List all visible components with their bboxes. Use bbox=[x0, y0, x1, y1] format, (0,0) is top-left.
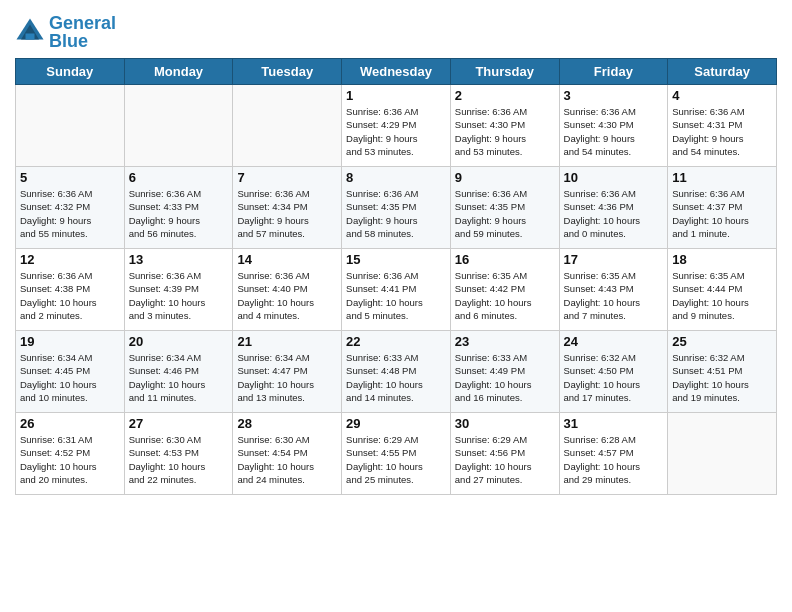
day-info: Sunrise: 6:36 AM Sunset: 4:36 PM Dayligh… bbox=[564, 187, 664, 240]
day-info: Sunrise: 6:32 AM Sunset: 4:51 PM Dayligh… bbox=[672, 351, 772, 404]
day-cell: 11Sunrise: 6:36 AM Sunset: 4:37 PM Dayli… bbox=[668, 167, 777, 249]
day-info: Sunrise: 6:36 AM Sunset: 4:41 PM Dayligh… bbox=[346, 269, 446, 322]
day-number: 5 bbox=[20, 170, 120, 185]
day-cell: 4Sunrise: 6:36 AM Sunset: 4:31 PM Daylig… bbox=[668, 85, 777, 167]
day-cell: 25Sunrise: 6:32 AM Sunset: 4:51 PM Dayli… bbox=[668, 331, 777, 413]
day-info: Sunrise: 6:35 AM Sunset: 4:43 PM Dayligh… bbox=[564, 269, 664, 322]
day-cell bbox=[124, 85, 233, 167]
day-number: 23 bbox=[455, 334, 555, 349]
day-info: Sunrise: 6:32 AM Sunset: 4:50 PM Dayligh… bbox=[564, 351, 664, 404]
day-number: 16 bbox=[455, 252, 555, 267]
week-row-4: 19Sunrise: 6:34 AM Sunset: 4:45 PM Dayli… bbox=[16, 331, 777, 413]
day-cell: 26Sunrise: 6:31 AM Sunset: 4:52 PM Dayli… bbox=[16, 413, 125, 495]
col-header-monday: Monday bbox=[124, 59, 233, 85]
day-cell: 2Sunrise: 6:36 AM Sunset: 4:30 PM Daylig… bbox=[450, 85, 559, 167]
logo: General Blue bbox=[15, 14, 116, 50]
day-cell: 5Sunrise: 6:36 AM Sunset: 4:32 PM Daylig… bbox=[16, 167, 125, 249]
day-info: Sunrise: 6:35 AM Sunset: 4:42 PM Dayligh… bbox=[455, 269, 555, 322]
day-number: 13 bbox=[129, 252, 229, 267]
day-cell: 28Sunrise: 6:30 AM Sunset: 4:54 PM Dayli… bbox=[233, 413, 342, 495]
day-number: 4 bbox=[672, 88, 772, 103]
day-cell: 21Sunrise: 6:34 AM Sunset: 4:47 PM Dayli… bbox=[233, 331, 342, 413]
day-cell bbox=[233, 85, 342, 167]
col-header-friday: Friday bbox=[559, 59, 668, 85]
day-info: Sunrise: 6:28 AM Sunset: 4:57 PM Dayligh… bbox=[564, 433, 664, 486]
col-header-sunday: Sunday bbox=[16, 59, 125, 85]
day-cell: 17Sunrise: 6:35 AM Sunset: 4:43 PM Dayli… bbox=[559, 249, 668, 331]
day-info: Sunrise: 6:36 AM Sunset: 4:35 PM Dayligh… bbox=[346, 187, 446, 240]
day-number: 3 bbox=[564, 88, 664, 103]
day-number: 18 bbox=[672, 252, 772, 267]
day-info: Sunrise: 6:33 AM Sunset: 4:49 PM Dayligh… bbox=[455, 351, 555, 404]
day-cell: 8Sunrise: 6:36 AM Sunset: 4:35 PM Daylig… bbox=[342, 167, 451, 249]
day-number: 29 bbox=[346, 416, 446, 431]
page: General Blue SundayMondayTuesdayWednesda… bbox=[0, 0, 792, 612]
day-cell: 24Sunrise: 6:32 AM Sunset: 4:50 PM Dayli… bbox=[559, 331, 668, 413]
day-number: 27 bbox=[129, 416, 229, 431]
day-number: 31 bbox=[564, 416, 664, 431]
day-number: 10 bbox=[564, 170, 664, 185]
logo-icon bbox=[15, 17, 45, 47]
day-cell: 20Sunrise: 6:34 AM Sunset: 4:46 PM Dayli… bbox=[124, 331, 233, 413]
week-row-2: 5Sunrise: 6:36 AM Sunset: 4:32 PM Daylig… bbox=[16, 167, 777, 249]
day-info: Sunrise: 6:30 AM Sunset: 4:54 PM Dayligh… bbox=[237, 433, 337, 486]
day-cell: 10Sunrise: 6:36 AM Sunset: 4:36 PM Dayli… bbox=[559, 167, 668, 249]
day-info: Sunrise: 6:36 AM Sunset: 4:29 PM Dayligh… bbox=[346, 105, 446, 158]
day-number: 15 bbox=[346, 252, 446, 267]
day-info: Sunrise: 6:30 AM Sunset: 4:53 PM Dayligh… bbox=[129, 433, 229, 486]
day-cell: 14Sunrise: 6:36 AM Sunset: 4:40 PM Dayli… bbox=[233, 249, 342, 331]
day-info: Sunrise: 6:36 AM Sunset: 4:39 PM Dayligh… bbox=[129, 269, 229, 322]
day-cell: 16Sunrise: 6:35 AM Sunset: 4:42 PM Dayli… bbox=[450, 249, 559, 331]
day-cell: 30Sunrise: 6:29 AM Sunset: 4:56 PM Dayli… bbox=[450, 413, 559, 495]
week-row-1: 1Sunrise: 6:36 AM Sunset: 4:29 PM Daylig… bbox=[16, 85, 777, 167]
day-number: 30 bbox=[455, 416, 555, 431]
day-cell: 15Sunrise: 6:36 AM Sunset: 4:41 PM Dayli… bbox=[342, 249, 451, 331]
day-cell: 18Sunrise: 6:35 AM Sunset: 4:44 PM Dayli… bbox=[668, 249, 777, 331]
day-number: 7 bbox=[237, 170, 337, 185]
day-cell: 22Sunrise: 6:33 AM Sunset: 4:48 PM Dayli… bbox=[342, 331, 451, 413]
col-header-tuesday: Tuesday bbox=[233, 59, 342, 85]
day-info: Sunrise: 6:36 AM Sunset: 4:33 PM Dayligh… bbox=[129, 187, 229, 240]
day-number: 8 bbox=[346, 170, 446, 185]
day-cell bbox=[668, 413, 777, 495]
calendar-header-row: SundayMondayTuesdayWednesdayThursdayFrid… bbox=[16, 59, 777, 85]
day-info: Sunrise: 6:29 AM Sunset: 4:56 PM Dayligh… bbox=[455, 433, 555, 486]
day-info: Sunrise: 6:36 AM Sunset: 4:37 PM Dayligh… bbox=[672, 187, 772, 240]
day-info: Sunrise: 6:36 AM Sunset: 4:35 PM Dayligh… bbox=[455, 187, 555, 240]
day-number: 9 bbox=[455, 170, 555, 185]
day-cell: 29Sunrise: 6:29 AM Sunset: 4:55 PM Dayli… bbox=[342, 413, 451, 495]
day-number: 19 bbox=[20, 334, 120, 349]
day-info: Sunrise: 6:36 AM Sunset: 4:34 PM Dayligh… bbox=[237, 187, 337, 240]
day-number: 17 bbox=[564, 252, 664, 267]
day-number: 24 bbox=[564, 334, 664, 349]
svg-rect-2 bbox=[26, 34, 35, 40]
col-header-thursday: Thursday bbox=[450, 59, 559, 85]
day-info: Sunrise: 6:36 AM Sunset: 4:30 PM Dayligh… bbox=[455, 105, 555, 158]
calendar: SundayMondayTuesdayWednesdayThursdayFrid… bbox=[15, 58, 777, 495]
week-row-5: 26Sunrise: 6:31 AM Sunset: 4:52 PM Dayli… bbox=[16, 413, 777, 495]
day-number: 6 bbox=[129, 170, 229, 185]
day-info: Sunrise: 6:33 AM Sunset: 4:48 PM Dayligh… bbox=[346, 351, 446, 404]
day-info: Sunrise: 6:36 AM Sunset: 4:40 PM Dayligh… bbox=[237, 269, 337, 322]
day-number: 28 bbox=[237, 416, 337, 431]
logo-name: General Blue bbox=[49, 14, 116, 50]
day-info: Sunrise: 6:31 AM Sunset: 4:52 PM Dayligh… bbox=[20, 433, 120, 486]
col-header-saturday: Saturday bbox=[668, 59, 777, 85]
day-cell: 7Sunrise: 6:36 AM Sunset: 4:34 PM Daylig… bbox=[233, 167, 342, 249]
day-info: Sunrise: 6:29 AM Sunset: 4:55 PM Dayligh… bbox=[346, 433, 446, 486]
day-cell: 27Sunrise: 6:30 AM Sunset: 4:53 PM Dayli… bbox=[124, 413, 233, 495]
day-number: 12 bbox=[20, 252, 120, 267]
day-cell: 12Sunrise: 6:36 AM Sunset: 4:38 PM Dayli… bbox=[16, 249, 125, 331]
day-info: Sunrise: 6:36 AM Sunset: 4:38 PM Dayligh… bbox=[20, 269, 120, 322]
day-number: 21 bbox=[237, 334, 337, 349]
day-info: Sunrise: 6:34 AM Sunset: 4:47 PM Dayligh… bbox=[237, 351, 337, 404]
week-row-3: 12Sunrise: 6:36 AM Sunset: 4:38 PM Dayli… bbox=[16, 249, 777, 331]
day-cell bbox=[16, 85, 125, 167]
day-cell: 19Sunrise: 6:34 AM Sunset: 4:45 PM Dayli… bbox=[16, 331, 125, 413]
header: General Blue bbox=[15, 10, 777, 50]
day-cell: 3Sunrise: 6:36 AM Sunset: 4:30 PM Daylig… bbox=[559, 85, 668, 167]
day-number: 1 bbox=[346, 88, 446, 103]
day-info: Sunrise: 6:34 AM Sunset: 4:46 PM Dayligh… bbox=[129, 351, 229, 404]
day-cell: 9Sunrise: 6:36 AM Sunset: 4:35 PM Daylig… bbox=[450, 167, 559, 249]
day-number: 20 bbox=[129, 334, 229, 349]
